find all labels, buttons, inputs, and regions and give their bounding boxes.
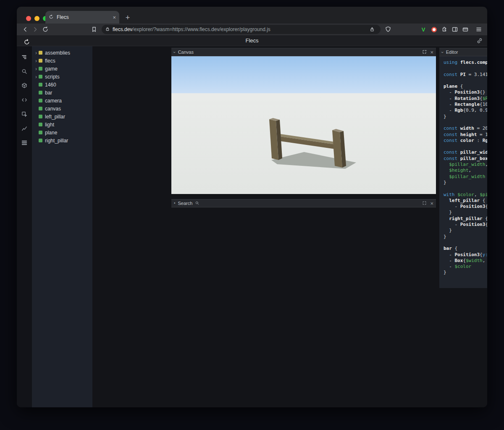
chevron-down-icon[interactable]: › — [440, 51, 445, 53]
code-editor[interactable]: using flecs.components.* const PI = 3.14… — [439, 56, 487, 288]
code-line: - Position3{} — [444, 89, 487, 95]
collapsed-caret-icon[interactable]: • — [174, 201, 176, 205]
entity-label: bar — [45, 90, 52, 96]
code-line: - Rectangle{10000, 10000} — [444, 102, 487, 108]
chevron-down-icon[interactable]: › — [172, 51, 177, 53]
code-icon[interactable] — [19, 95, 29, 105]
tree-icon[interactable] — [19, 52, 29, 62]
sky — [171, 56, 436, 94]
url-bar[interactable]: flecs.dev/explorer/?wasm=https://www.fle… — [102, 25, 381, 34]
search-icon[interactable] — [19, 66, 29, 76]
code-line: - Box{$width, 2, 1} — [444, 258, 487, 264]
vimium-v-icon[interactable]: V — [418, 24, 428, 34]
tree-item-scripts[interactable]: ›scripts — [32, 73, 92, 81]
tree-item-1460[interactable]: 1460 — [32, 81, 92, 89]
cube-icon[interactable] — [19, 81, 29, 91]
code-line: right_pillar { — [444, 216, 487, 222]
expand-icon[interactable] — [422, 199, 427, 207]
tab-strip: Flecs × + — [17, 7, 487, 24]
expand-caret-icon[interactable]: › — [34, 50, 38, 55]
rows-icon[interactable] — [19, 138, 29, 148]
code-line: plane { — [444, 84, 487, 89]
code-line: const pillar_box : Box = { — [444, 156, 487, 162]
code-line: } — [444, 228, 487, 233]
code-line: $pillar_width, — [444, 162, 487, 168]
tree-item-camera[interactable]: camera — [32, 97, 92, 105]
entity-kind-icon — [39, 59, 42, 63]
tree-item-assemblies[interactable]: ›assemblies — [32, 49, 92, 57]
link-icon[interactable] — [475, 36, 485, 46]
tree-item-right_pillar[interactable]: right_pillar — [32, 136, 92, 144]
tree-item-canvas[interactable]: canvas — [32, 105, 92, 113]
tree-item-flecs[interactable]: ›flecs — [32, 57, 92, 65]
code-line: const pillar_width = 2 — [444, 149, 487, 155]
close-window-button[interactable] — [26, 16, 31, 21]
entity-kind-icon — [39, 131, 42, 134]
browser-tab-flecs[interactable]: Flecs × — [45, 11, 119, 24]
entity-tree: ›assemblies›flecs›game›scripts1460barcam… — [32, 46, 92, 407]
editor-panel-header[interactable]: › Editor × — [439, 48, 487, 56]
entity-kind-icon — [39, 115, 42, 118]
tree-item-left_pillar[interactable]: left_pillar — [32, 113, 92, 121]
target-red-icon[interactable] — [429, 24, 439, 34]
code-line — [444, 240, 487, 246]
code-line — [444, 78, 487, 84]
entity-label: canvas — [45, 106, 61, 112]
entity-kind-icon — [39, 67, 42, 71]
search-panel-header[interactable]: • Search × — [171, 199, 436, 207]
search-panel-title: Search — [178, 201, 193, 206]
main-area: › Canvas × — [92, 46, 487, 407]
wallet-icon[interactable] — [460, 24, 470, 34]
entity-kind-icon — [39, 123, 42, 126]
close-icon[interactable]: × — [430, 201, 433, 206]
canvas-3d-viewport[interactable] — [171, 56, 436, 194]
inspect-icon[interactable] — [19, 109, 29, 119]
code-line — [444, 66, 487, 71]
bookmark-icon[interactable] — [89, 24, 99, 34]
brave-shield-icon[interactable] — [383, 24, 393, 34]
back-icon[interactable] — [20, 24, 30, 34]
tree-item-game[interactable]: ›game — [32, 65, 92, 73]
canvas-panel-header[interactable]: › Canvas × — [171, 48, 436, 56]
tree-item-plane[interactable]: plane — [32, 128, 92, 136]
editor-panel: › Editor × using flecs.components.* cons… — [439, 48, 487, 288]
tree-item-bar[interactable]: bar — [32, 89, 92, 97]
flecs-logo-icon[interactable] — [22, 37, 32, 47]
reload-icon[interactable] — [40, 24, 50, 34]
minimize-window-button[interactable] — [34, 16, 39, 21]
canvas-panel-actions: × — [422, 48, 433, 56]
code-line: using flecs.components.* — [444, 60, 487, 66]
expand-caret-icon[interactable]: › — [34, 58, 38, 63]
tab-close-icon[interactable]: × — [113, 15, 116, 20]
entity-label: left_pillar — [45, 114, 65, 120]
forward-icon[interactable] — [30, 24, 40, 34]
code-line: } — [444, 270, 487, 275]
stats-icon[interactable] — [19, 123, 29, 134]
menu-icon[interactable] — [474, 24, 484, 34]
share-icon[interactable] — [367, 24, 377, 34]
code-line: bar { — [444, 246, 487, 252]
new-tab-button[interactable]: + — [123, 13, 133, 23]
entity-label: camera — [45, 98, 62, 104]
browser-toolbar: flecs.dev/explorer/?wasm=https://www.fle… — [17, 24, 487, 35]
editor-code: using flecs.components.* const PI = 3.14… — [444, 60, 487, 276]
expand-icon[interactable] — [422, 48, 427, 56]
expand-caret-icon[interactable]: › — [34, 74, 38, 79]
canvas-3d-scene — [171, 56, 436, 194]
tool-sidebar — [17, 46, 32, 407]
search-icon — [195, 199, 200, 207]
traffic-lights — [26, 16, 48, 21]
expand-caret-icon[interactable]: › — [34, 66, 38, 71]
code-line: $pillar_width — [444, 174, 487, 180]
entity-label: flecs — [45, 58, 55, 64]
page-content: ›assemblies›flecs›game›scripts1460barcam… — [17, 46, 487, 407]
puzzle-icon[interactable] — [439, 24, 449, 34]
url-text: flecs.dev/explorer/?wasm=https://www.fle… — [113, 26, 365, 32]
close-icon[interactable]: × — [430, 50, 433, 55]
code-line: with $color, $pillar_box { — [444, 192, 487, 198]
code-line — [444, 120, 487, 126]
side-panel-icon[interactable] — [450, 24, 460, 34]
tree-item-light[interactable]: light — [32, 121, 92, 128]
app-header: Flecs — [17, 35, 487, 46]
entity-label: right_pillar — [45, 138, 68, 144]
